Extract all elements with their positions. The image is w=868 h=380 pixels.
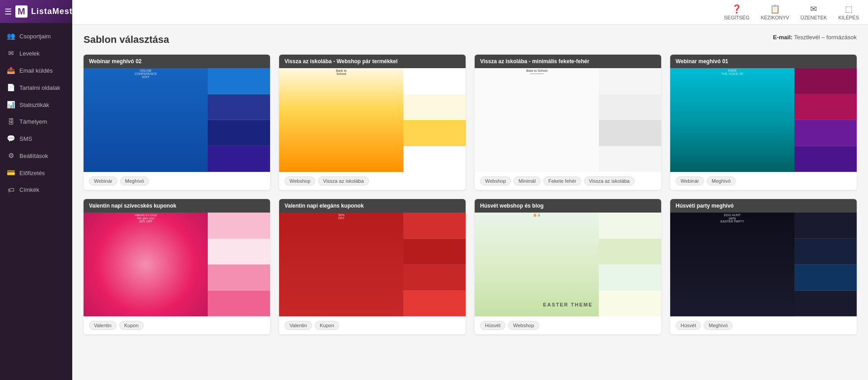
sidebar-item-cimkek[interactable]: 🏷 Címkék <box>0 181 72 198</box>
template-tags-backtoschool: Webshop Vissza az iskolába <box>279 172 466 190</box>
hamburger-icon[interactable]: ☰ <box>5 7 12 17</box>
sidebar-header: ☰ M ListaMester <box>0 0 72 23</box>
settings-icon: ⚙ <box>7 152 15 160</box>
content-area: Sablon választása E-mail: Tesztlevél – f… <box>72 25 868 380</box>
help-icon: ❓ <box>732 4 742 14</box>
easter-theme-overlay: EASTER THEME <box>475 302 661 307</box>
template-card-webinar02[interactable]: Webinar meghívó 02 ONLINECONFERENCE20XY <box>84 55 270 190</box>
handbook-icon: 📋 <box>770 4 780 14</box>
tag-vissza: Vissza az iskolába <box>318 176 369 185</box>
template-tags-easter2: Húsvét Meghívó <box>670 316 857 334</box>
tag-webinar: Webinár <box>89 176 117 185</box>
sidebar-item-statisztikak[interactable]: 📊 Statisztikák <box>0 96 72 113</box>
tag-husvet2: Húsvét <box>676 321 701 330</box>
sidebar: ☰ M ListaMester 👥 Csoportjaim ✉ Levelek … <box>0 0 72 380</box>
template-card-valentine1[interactable]: Valentin napi szívecskés kuponok Valenti… <box>84 199 270 334</box>
templates-grid-row1: Webinar meghívó 02 ONLINECONFERENCE20XY <box>84 55 857 190</box>
sidebar-item-tarhelyem[interactable]: 🗄 Tárhelyem <box>0 113 72 130</box>
group-icon: 👥 <box>7 32 15 40</box>
template-tags-valentine1: Valentin Kupon <box>84 316 270 334</box>
template-preview-easter1: 🥚🐰 EASTER THEME <box>475 213 661 316</box>
template-tags-btsminimal: Webshop Minimál Fekete fehér Vissza az i… <box>475 172 661 190</box>
sms-icon: 💬 <box>7 134 15 143</box>
email-context: E-mail: Tesztlevél – formázások <box>773 34 857 41</box>
storage-icon: 🗄 <box>7 118 15 125</box>
template-preview-webinar02: ONLINECONFERENCE20XY <box>84 68 270 172</box>
template-tags-easter1: Húsvét Webshop <box>475 316 661 334</box>
tag-valentin2: Valentin <box>285 321 312 330</box>
template-card-webinar01[interactable]: Webinar meghívó 01 RARETHE VOICE OF <box>670 55 857 190</box>
sidebar-item-levelek[interactable]: ✉ Levelek <box>0 45 72 62</box>
template-preview-easter2: EGG HUNTpartyEASTER PARTY <box>670 213 857 316</box>
templates-grid-row2: Valentin napi szívecskés kuponok Valenti… <box>84 199 857 334</box>
chart-icon: 📊 <box>7 101 15 109</box>
tag-webinar2: Webinár <box>676 176 704 185</box>
sidebar-item-csoportjaim[interactable]: 👥 Csoportjaim <box>0 28 72 45</box>
page-title: Sablon választása <box>84 34 169 46</box>
tag-webshop3: Webshop <box>508 321 539 330</box>
tag-vissza2: Vissza az iskolába <box>584 176 635 185</box>
template-tags-valentine2: Valentin Kupon <box>279 316 466 334</box>
template-title-valentine1: Valentin napi szívecskés kuponok <box>84 199 270 213</box>
template-title-webinar01: Webinar meghívó 01 <box>670 55 857 68</box>
topbar: ❓ SEGÍTSÉG 📋 KÉZIKONYV ✉ ÜZENETEK ⬚ KILÉ… <box>72 0 868 25</box>
sidebar-item-sms[interactable]: 💬 SMS <box>0 130 72 147</box>
tag-valentin: Valentin <box>89 321 117 330</box>
template-card-valentine2[interactable]: Valentin napi elegáns kuponok 50%OFF <box>279 199 466 334</box>
sidebar-item-elofizetes[interactable]: 💳 Előfizetés <box>0 164 72 181</box>
tag-minimal: Minimál <box>513 176 541 185</box>
tag-icon: 🏷 <box>7 186 15 194</box>
template-title-backtoschool: Vissza az iskolába - Webshop pár termékk… <box>279 55 466 68</box>
sidebar-item-email-kuldes[interactable]: 📤 Email küldés <box>0 62 72 79</box>
tag-meghivo2: Meghívó <box>707 176 736 185</box>
template-preview-btsminimal: Back to School────── <box>475 68 661 172</box>
sidebar-item-tartalmi-oldalak[interactable]: 📄 Tartalmi oldalak <box>0 79 72 96</box>
template-card-btsminimal[interactable]: Vissza az iskolába - minimális fekete-fe… <box>475 55 661 190</box>
messages-button[interactable]: ✉ ÜZENETEK <box>800 4 827 20</box>
tag-kupon: Kupon <box>119 321 144 330</box>
tag-webshop: Webshop <box>285 176 315 185</box>
tag-fekete: Fekete fehér <box>543 176 581 185</box>
template-title-btsminimal: Vissza az iskolába - minimális fekete-fe… <box>475 55 661 68</box>
sidebar-item-beallitasok[interactable]: ⚙ Beállítások <box>0 147 72 164</box>
template-title-easter2: Húsvéti party meghívó <box>670 199 857 213</box>
template-preview-webinar01: RARETHE VOICE OF <box>670 68 857 172</box>
template-card-easter2[interactable]: Húsvéti party meghívó EGG HUNTpartyEASTE… <box>670 199 857 334</box>
sidebar-nav: 👥 Csoportjaim ✉ Levelek 📤 Email küldés 📄… <box>0 23 72 380</box>
send-icon: 📤 <box>7 66 15 74</box>
template-preview-valentine2: 50%OFF <box>279 213 466 316</box>
page-icon: 📄 <box>7 83 15 92</box>
main-area: ❓ SEGÍTSÉG 📋 KÉZIKONYV ✉ ÜZENETEK ⬚ KILÉ… <box>72 0 868 380</box>
tag-meghivo3: Meghívó <box>704 321 733 330</box>
logo-icon: M <box>15 5 28 18</box>
content-header: Sablon választása E-mail: Tesztlevél – f… <box>84 34 857 46</box>
template-preview-valentine1: Valentine's Day!We give you30% OFF <box>84 213 270 316</box>
subscription-icon: 💳 <box>7 169 15 177</box>
logout-button[interactable]: ⬚ KILÉPÉS <box>838 4 859 20</box>
template-title-easter1: Húsvét webshop és blog <box>475 199 661 213</box>
template-preview-backtoschool: Back toSchool <box>279 68 466 172</box>
tag-webshop2: Webshop <box>480 176 511 185</box>
tag-kupon2: Kupon <box>315 321 339 330</box>
tag-husvet: Húsvét <box>480 321 505 330</box>
template-tags-webinar02: Webinár Meghívó <box>84 172 270 190</box>
template-tags-webinar01: Webinár Meghívó <box>670 172 857 190</box>
handbook-button[interactable]: 📋 KÉZIKONYV <box>761 4 789 20</box>
tag-meghivo: Meghívó <box>120 176 149 185</box>
messages-icon: ✉ <box>810 4 817 14</box>
template-title-webinar02: Webinar meghívó 02 <box>84 55 270 68</box>
template-card-backtoschool[interactable]: Vissza az iskolába - Webshop pár termékk… <box>279 55 466 190</box>
logout-icon: ⬚ <box>845 4 853 14</box>
template-card-easter1[interactable]: Húsvét webshop és blog 🥚🐰 EASTE <box>475 199 661 334</box>
template-title-valentine2: Valentin napi elegáns kuponok <box>279 199 466 213</box>
mail-icon: ✉ <box>7 49 15 57</box>
help-button[interactable]: ❓ SEGÍTSÉG <box>724 4 749 20</box>
